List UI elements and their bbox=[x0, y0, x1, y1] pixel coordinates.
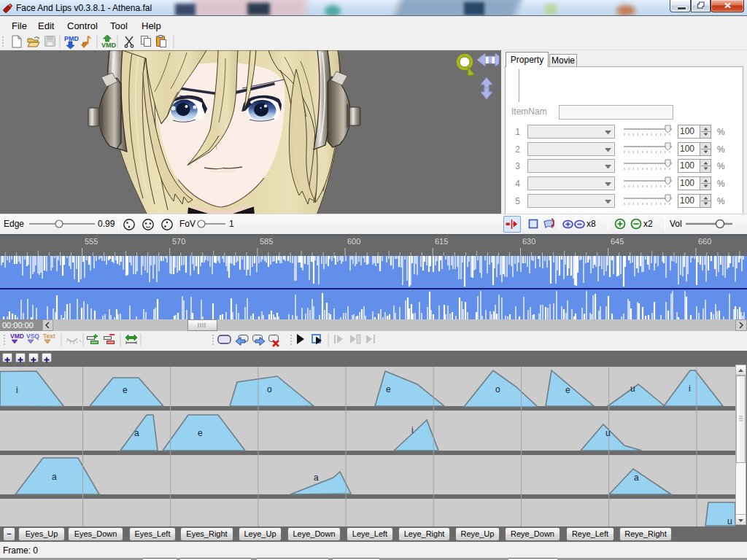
svg-text:VSQ: VSQ bbox=[26, 332, 39, 340]
svg-text:o: o bbox=[267, 384, 272, 394]
svg-text:a: a bbox=[134, 428, 139, 438]
svg-text:a: a bbox=[634, 472, 639, 483]
svg-text:PMD: PMD bbox=[64, 35, 80, 42]
svg-text:u: u bbox=[605, 428, 611, 438]
svg-text:VMD: VMD bbox=[10, 332, 24, 340]
svg-text:i: i bbox=[411, 425, 414, 435]
svg-text:e: e bbox=[123, 385, 128, 395]
svg-text:e: e bbox=[386, 384, 391, 394]
svg-text:i: i bbox=[16, 385, 18, 395]
svg-text:e: e bbox=[198, 428, 203, 438]
svg-text:o: o bbox=[495, 384, 500, 394]
svg-text:a: a bbox=[52, 472, 57, 482]
svg-text:e: e bbox=[565, 385, 570, 395]
svg-text:i: i bbox=[689, 384, 691, 394]
svg-text:u: u bbox=[727, 516, 732, 526]
svg-text:VMD: VMD bbox=[101, 42, 117, 49]
svg-text:u: u bbox=[630, 384, 635, 394]
svg-text:Text: Text bbox=[43, 332, 55, 340]
svg-text:a: a bbox=[314, 472, 319, 483]
